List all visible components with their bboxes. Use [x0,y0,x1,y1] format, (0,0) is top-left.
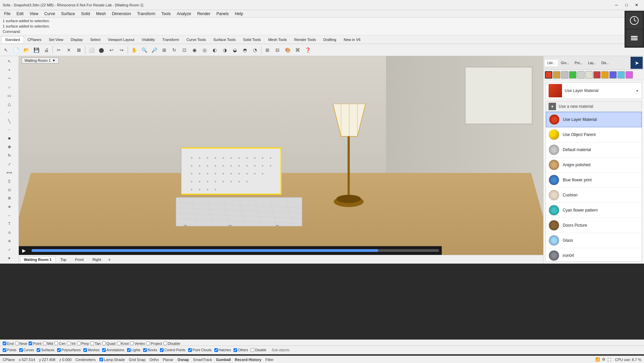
color-swatch-green[interactable] [569,71,576,79]
rp-tab-layers[interactable]: Lay... [586,60,598,66]
tool-new[interactable]: 📄 [11,45,21,55]
mat-item-default[interactable]: Default material [546,142,642,157]
tool-solid2[interactable]: ■ [1,134,17,142]
viewport-label[interactable]: Waiting Room 1 ▼ [22,57,59,63]
snap-project[interactable]: Project [146,342,162,346]
tool-grid2[interactable]: ⊟ [273,45,282,55]
tool-surface[interactable]: ▫ [1,126,17,134]
tool-render[interactable]: 🎨 [283,45,292,55]
tool-x1[interactable]: ✕ [64,45,74,55]
planar-label[interactable]: Planar [163,358,174,362]
add-material-button[interactable]: + [549,103,556,110]
vp-tab-waiting-room[interactable]: Waiting Room 1 [20,257,55,263]
tool-curves[interactable]: 〜 [1,75,17,83]
tab-select[interactable]: Select [87,36,104,43]
mat-item-anigre[interactable]: Anigre polished [546,157,642,173]
tool-arc[interactable]: ◜ [1,109,17,117]
snap-int[interactable]: Int [67,342,75,346]
filter-annotations[interactable]: Annotations [102,348,124,352]
ortho-label[interactable]: Ortho [149,358,159,362]
mat-item-use-layer[interactable]: Use Layer Material [546,112,642,127]
vp-tab-right[interactable]: Right [89,257,105,263]
filter-lights[interactable]: Lights [127,348,140,352]
tab-render-tools[interactable]: Render Tools [291,36,320,43]
snap-mid[interactable]: Mid [43,342,53,346]
tab-drafting[interactable]: Drafting [319,36,340,43]
menu-analyze[interactable]: Analyze [174,11,194,17]
snap-perp[interactable]: Perp [77,342,89,346]
tool-save[interactable]: 💾 [32,45,41,55]
color-swatch-magenta[interactable] [626,71,633,79]
tool-dot[interactable]: • [1,66,17,74]
tool-sphere[interactable]: ⬤ [97,45,106,55]
filter-polysurfaces[interactable]: Polysurfaces [57,348,81,352]
tool-box[interactable]: ⬜ [87,45,96,55]
lamp-shade-check[interactable]: Lamp:Shade [99,358,125,362]
tool-help[interactable]: ❓ [303,45,312,55]
tool-line[interactable]: ╲ [1,117,17,125]
color-swatch-red[interactable] [545,71,552,79]
tool-cmd5[interactable]: ◑ [220,45,229,55]
mat-item-cushion[interactable]: Cushion [546,188,642,203]
tool-cut[interactable]: ✂ [54,45,63,55]
rp-tab-groups[interactable]: Gro... [558,60,571,66]
tab-solid-tools[interactable]: Solid Tools [239,36,264,43]
tool-grid[interactable]: ⊞ [263,45,272,55]
mat-item-use-parent[interactable]: Use Object Parent [546,127,642,142]
record-history-label[interactable]: Record History [235,358,261,362]
rp-tab-display[interactable]: Dis... [599,60,611,66]
snap-disable[interactable]: Disable [164,342,180,346]
filter-point-clouds[interactable]: Point Clouds [188,348,212,352]
menu-tools[interactable]: Tools [159,11,173,17]
tool-select[interactable]: ↖ [1,45,11,55]
tool-rotate2[interactable]: ↻ [1,151,17,160]
snap-knot[interactable]: Knot [117,342,129,346]
tool-mirror[interactable]: ⟺ [1,169,17,177]
tool-cmd1[interactable]: ⊡ [180,45,189,55]
tool-rotate[interactable]: ↻ [170,45,179,55]
filter-blocks[interactable]: Blocks [143,348,157,352]
color-swatch-dark-red[interactable] [593,71,601,79]
tool-cmd3[interactable]: ◎ [200,45,209,55]
snap-near[interactable]: Near [15,342,28,346]
snap-vertex[interactable]: Vertex [130,342,145,346]
tab-transform[interactable]: Transform [159,36,183,43]
filter-surfaces[interactable]: Surfaces [37,348,54,352]
color-swatch-silver[interactable] [561,71,568,79]
filter-others[interactable]: Others [233,348,248,352]
layers-icon-button[interactable] [626,30,643,46]
tool-cmd2[interactable]: ◉ [190,45,199,55]
color-swatch-blue[interactable] [609,71,617,79]
menu-surface[interactable]: Surface [58,11,78,17]
tab-setview[interactable]: Set View [45,36,67,43]
color-swatch-cyan[interactable] [617,71,625,79]
tool-misc1[interactable]: ✓ [1,245,17,254]
material-list-header[interactable]: + Use a new material [546,101,642,112]
tool-undo[interactable]: ↩ [107,45,116,55]
snap-tan[interactable]: Tan [90,342,101,346]
clock-icon-button[interactable] [626,12,643,29]
tool-explode[interactable]: ⊕ [1,203,17,211]
filter-meshes[interactable]: Meshes [83,348,99,352]
snap-cen[interactable]: Cen [54,342,66,346]
tab-standard[interactable]: Standard [1,36,24,43]
rp-tab-libraries[interactable]: Libr... [545,60,558,66]
menu-panels[interactable]: Panels [214,11,231,17]
menu-dimension[interactable]: Dimension [109,11,134,17]
mat-item-glass[interactable]: Glass [546,233,642,248]
gumball-label[interactable]: Gumball [216,358,231,362]
minimize-button[interactable]: ─ [612,2,621,8]
mat-item-iron04[interactable]: iron04 [546,248,642,262]
filter-curves[interactable]: Curves [19,348,34,352]
menu-file[interactable]: File [1,11,13,17]
close-button[interactable]: ✕ [632,2,641,8]
tab-new-in-v6[interactable]: New in V6 [340,36,364,43]
menu-view[interactable]: View [27,11,41,17]
mat-item-blue-flower[interactable]: Blue flower print [546,173,642,188]
tool-open[interactable]: 📂 [22,45,31,55]
tab-mesh-tools[interactable]: Mesh Tools [264,36,290,43]
menu-render[interactable]: Render [195,11,213,17]
osnap-label[interactable]: Osnap [177,358,189,362]
tab-viewport-layout[interactable]: Viewport Layout [104,36,138,43]
tool-arrow[interactable]: ↖ [1,57,17,65]
